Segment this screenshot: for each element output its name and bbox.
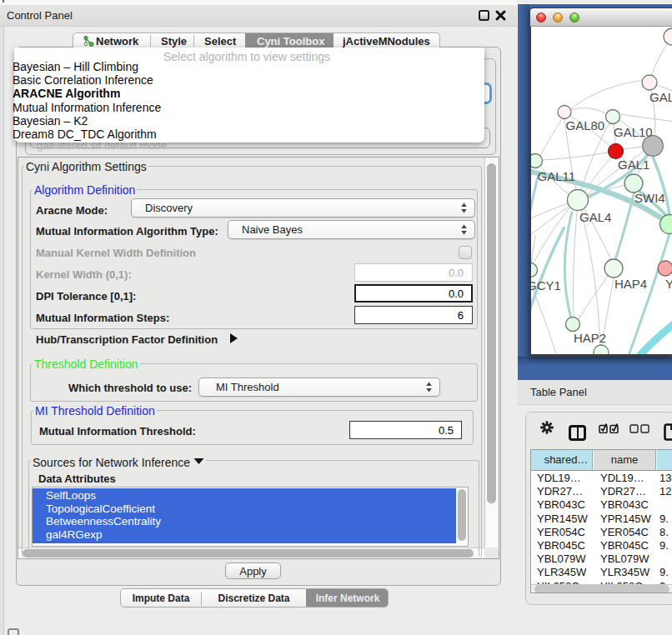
svg-text:GAL11: GAL11 xyxy=(538,169,576,183)
svg-text:GAL10: GAL10 xyxy=(614,125,653,139)
svg-text:GCY1: GCY1 xyxy=(531,278,561,292)
svg-text:GAL80: GAL80 xyxy=(566,118,605,132)
svg-text:Y: Y xyxy=(665,277,672,291)
svg-text:HAP4: HAP4 xyxy=(614,277,647,291)
svg-text:HAP2: HAP2 xyxy=(574,331,606,345)
svg-text:GAL4: GAL4 xyxy=(579,210,611,224)
svg-text:SWI4: SWI4 xyxy=(634,191,665,205)
svg-text:GAL7: GAL7 xyxy=(649,90,672,104)
svg-text:GAL1: GAL1 xyxy=(618,158,649,172)
